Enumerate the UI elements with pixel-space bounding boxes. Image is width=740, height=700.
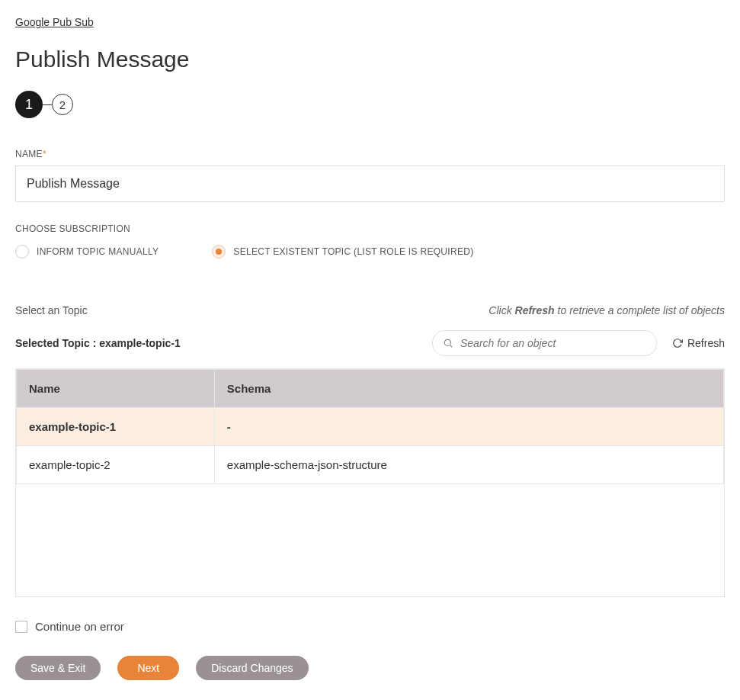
stepper: 1 2 (15, 91, 725, 118)
radio-button-icon (15, 245, 29, 258)
svg-point-0 (444, 339, 450, 345)
select-topic-label: Select an Topic (15, 304, 88, 316)
continue-on-error-checkbox[interactable] (15, 621, 27, 633)
radio-select-label: SELECT EXISTENT TOPIC (LIST ROLE IS REQU… (233, 246, 473, 257)
radio-group: INFORM TOPIC MANUALLY SELECT EXISTENT TO… (15, 245, 725, 258)
table-header-schema: Schema (214, 370, 723, 408)
svg-line-1 (450, 345, 453, 348)
search-row: Selected Topic : example-topic-1 Refresh (15, 330, 725, 356)
breadcrumb-link[interactable]: Google Pub Sub (15, 16, 94, 28)
step-2[interactable]: 2 (52, 94, 73, 115)
action-buttons: Save & Exit Next Discard Changes (15, 656, 725, 680)
table-row[interactable]: example-topic-1 - (17, 408, 724, 446)
radio-button-icon (212, 245, 226, 258)
radio-inform-manually[interactable]: INFORM TOPIC MANUALLY (15, 245, 159, 258)
refresh-hint-suffix: to retrieve a complete list of objects (555, 304, 725, 316)
step-connector (43, 104, 52, 105)
topics-table-container: Name Schema example-topic-1 - example-to… (15, 368, 725, 597)
radio-inform-label: INFORM TOPIC MANUALLY (37, 246, 159, 257)
name-input[interactable] (15, 165, 725, 202)
name-label: NAME* (15, 149, 725, 159)
topic-header: Select an Topic Click Refresh to retriev… (15, 304, 725, 316)
table-row[interactable]: example-topic-2 example-schema-json-stru… (17, 446, 724, 484)
next-button[interactable]: Next (117, 656, 179, 680)
name-label-text: NAME (15, 149, 43, 159)
refresh-icon (672, 338, 683, 348)
cell-name: example-topic-1 (17, 408, 215, 446)
choose-subscription-label: CHOOSE SUBSCRIPTION (15, 223, 725, 234)
topics-table: Name Schema example-topic-1 - example-to… (16, 369, 724, 484)
required-asterisk: * (43, 149, 46, 159)
refresh-button-label: Refresh (687, 337, 725, 349)
refresh-hint: Click Refresh to retrieve a complete lis… (489, 304, 725, 316)
refresh-hint-prefix: Click (489, 304, 514, 316)
refresh-button[interactable]: Refresh (672, 337, 725, 349)
cell-schema: - (214, 408, 723, 446)
step-1[interactable]: 1 (15, 91, 43, 118)
refresh-hint-bold: Refresh (515, 304, 555, 316)
continue-on-error-label: Continue on error (35, 620, 124, 633)
selected-topic-label: Selected Topic : example-topic-1 (15, 337, 181, 349)
radio-select-existent[interactable]: SELECT EXISTENT TOPIC (LIST ROLE IS REQU… (212, 245, 473, 258)
search-input[interactable] (432, 330, 657, 356)
search-icon (443, 338, 453, 348)
cell-name: example-topic-2 (17, 446, 215, 484)
cell-schema: example-schema-json-structure (214, 446, 723, 484)
search-box (432, 330, 657, 356)
table-header-name: Name (17, 370, 215, 408)
save-exit-button[interactable]: Save & Exit (15, 656, 101, 680)
continue-on-error-row: Continue on error (15, 620, 725, 633)
discard-changes-button[interactable]: Discard Changes (196, 656, 308, 680)
search-refresh-group: Refresh (432, 330, 725, 356)
page-title: Publish Message (15, 47, 725, 72)
